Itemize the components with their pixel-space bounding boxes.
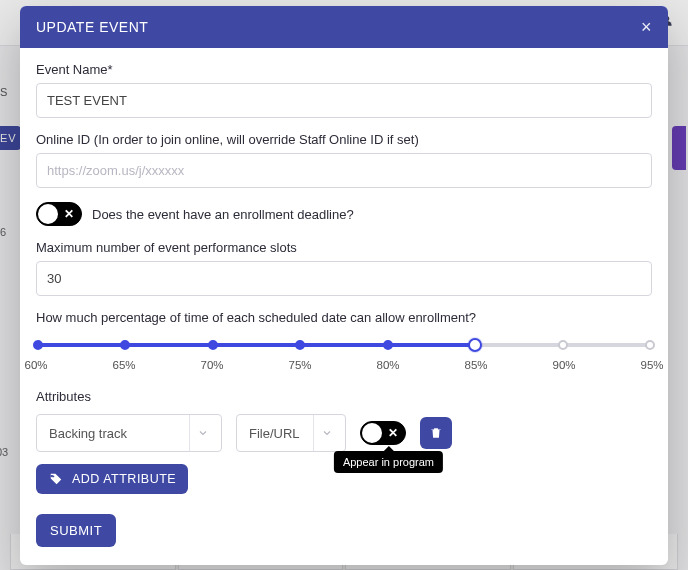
tag-icon (48, 472, 64, 486)
toggle-off-icon: ✕ (64, 208, 74, 220)
slider-tick-label: 65% (112, 359, 135, 371)
enrollment-percent-label: How much percentage of time of each sche… (36, 310, 652, 325)
toggle-knob (362, 423, 382, 443)
modal-footer: SUBMIT (20, 500, 668, 565)
max-slots-input[interactable] (36, 261, 652, 296)
chevron-down-icon (189, 415, 215, 451)
appear-in-program-toggle[interactable]: ✕ (360, 421, 406, 445)
deadline-toggle-label: Does the event have an enrollment deadli… (92, 207, 354, 222)
enrollment-percent-slider[interactable]: 60%65%70%75%80%85%90%95% (36, 335, 652, 375)
online-id-label: Online ID (In order to join online, will… (36, 132, 652, 147)
slider-tick[interactable] (383, 340, 393, 350)
attributes-label: Attributes (36, 389, 652, 404)
slider-tick-label: 60% (24, 359, 47, 371)
slider-tick[interactable] (295, 340, 305, 350)
event-name-input[interactable] (36, 83, 652, 118)
svg-point-1 (52, 475, 54, 477)
event-name-label: Event Name* (36, 62, 652, 77)
slider-tick-label: 90% (552, 359, 575, 371)
trash-icon (429, 426, 443, 440)
slider-tick[interactable] (645, 340, 655, 350)
close-icon[interactable]: × (641, 18, 652, 36)
online-id-input[interactable] (36, 153, 652, 188)
attribute-mode-value: File/URL (249, 426, 300, 441)
delete-attribute-button[interactable] (420, 417, 452, 449)
attribute-mode-select[interactable]: File/URL (236, 414, 346, 452)
deadline-toggle[interactable]: ✕ (36, 202, 82, 226)
attribute-type-value: Backing track (49, 426, 127, 441)
deadline-toggle-row: ✕ Does the event have an enrollment dead… (36, 202, 652, 226)
slider-tick[interactable] (33, 340, 43, 350)
update-event-modal: UPDATE EVENT × Event Name* Online ID (In… (20, 6, 668, 565)
modal-title: UPDATE EVENT (36, 19, 148, 35)
slider-tick[interactable] (558, 340, 568, 350)
chevron-down-icon (313, 415, 339, 451)
toggle-off-icon: ✕ (388, 427, 398, 439)
submit-button[interactable]: SUBMIT (36, 514, 116, 547)
slider-tick-label: 85% (464, 359, 487, 371)
appear-in-program-tooltip: Appear in program (334, 451, 443, 473)
max-slots-label: Maximum number of event performance slot… (36, 240, 652, 255)
slider-tick-label: 70% (200, 359, 223, 371)
add-attribute-button[interactable]: ADD ATTRIBUTE (36, 464, 188, 494)
attribute-row: Backing track File/URL ✕ Appear in progr… (36, 414, 652, 452)
toggle-knob (38, 204, 58, 224)
submit-label: SUBMIT (50, 523, 102, 538)
slider-tick-label: 75% (288, 359, 311, 371)
slider-tick[interactable] (120, 340, 130, 350)
slider-tick-label: 80% (376, 359, 399, 371)
add-attribute-label: ADD ATTRIBUTE (72, 472, 176, 486)
attribute-type-select[interactable]: Backing track (36, 414, 222, 452)
modal-header: UPDATE EVENT × (20, 6, 668, 48)
slider-tick-label: 95% (640, 359, 663, 371)
slider-tick[interactable] (208, 340, 218, 350)
slider-handle[interactable] (468, 338, 482, 352)
modal-body: Event Name* Online ID (In order to join … (20, 48, 668, 500)
